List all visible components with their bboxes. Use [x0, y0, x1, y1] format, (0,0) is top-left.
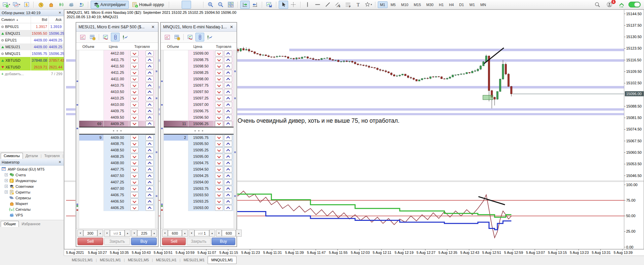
- buy-limit-button[interactable]: [146, 57, 154, 63]
- text-tool-button[interactable]: T: [354, 1, 363, 9]
- dom-best-ask-row[interactable]: 694409.25: [79, 121, 155, 127]
- dom-bid-row[interactable]: 15093.00: [164, 205, 234, 211]
- dom-bid-row[interactable]: 15093.50: [164, 192, 234, 198]
- buy-limit-button[interactable]: [224, 179, 232, 185]
- market-button[interactable]: [46, 1, 56, 9]
- dom-bid-row[interactable]: 4408.50: [79, 147, 155, 153]
- dom-ask-row[interactable]: 15097.50: [164, 89, 234, 95]
- close-position-button[interactable]: Закрыть: [104, 238, 130, 245]
- sell-limit-button[interactable]: [215, 76, 223, 82]
- zoom-out-button[interactable]: [216, 1, 225, 9]
- timeframe-m5[interactable]: M5: [388, 1, 398, 8]
- chart-tab-6[interactable]: MNQU21,M1: [208, 256, 237, 264]
- buy-limit-button[interactable]: [146, 115, 154, 120]
- navigator-item-4[interactable]: +Скрипты: [0, 189, 64, 195]
- market-watch-button[interactable]: $: [22, 1, 31, 9]
- buy-limit-button[interactable]: [146, 205, 154, 211]
- dom-ask-row[interactable]: 15098.50: [164, 63, 234, 69]
- timeframe-m1[interactable]: M1: [378, 1, 388, 8]
- sell-limit-button[interactable]: [130, 205, 139, 211]
- sell-limit-button[interactable]: [215, 115, 223, 120]
- dom-ask-row[interactable]: 4410.25: [79, 95, 155, 101]
- navigator-root-account[interactable]: AMP Global (EU) MT5: [0, 166, 64, 172]
- symbol-row-epu21[interactable]: EPU214409.004409.25: [0, 37, 64, 43]
- column-ask[interactable]: Ask: [49, 16, 63, 23]
- dom-bid-row[interactable]: 4407.75: [79, 166, 155, 173]
- navigator-item-7[interactable]: Сигналы: [0, 206, 64, 212]
- buy-limit-button[interactable]: [224, 95, 232, 101]
- timeframe-h1[interactable]: H1: [436, 1, 446, 8]
- chart-annotation-text[interactable]: Очень очевидный дивер, хоть и не выше 75…: [238, 117, 399, 124]
- buy-limit-button[interactable]: [224, 205, 232, 211]
- lvl-button[interactable]: LVL: [617, 1, 626, 9]
- buy-limit-button[interactable]: [224, 199, 232, 204]
- history-button[interactable]: [36, 1, 45, 9]
- buy-limit-button[interactable]: [224, 83, 232, 88]
- sell-limit-button[interactable]: [130, 83, 139, 88]
- timeframe-m30[interactable]: M30: [424, 1, 436, 8]
- spin-up-icon[interactable]: ▲: [97, 230, 103, 237]
- sell-limit-button[interactable]: [215, 160, 223, 166]
- algo-trading-button[interactable]: Алготрейдинг: [91, 1, 129, 9]
- buy-limit-button[interactable]: [146, 121, 154, 127]
- buy-limit-button[interactable]: [224, 141, 232, 147]
- support-resistance-band-1[interactable]: [289, 49, 624, 51]
- sell-limit-button[interactable]: [215, 154, 223, 159]
- sell-limit-button[interactable]: [130, 141, 139, 147]
- buy-limit-button[interactable]: [224, 121, 232, 127]
- spin-value[interactable]: 1: [119, 231, 121, 235]
- buy-limit-button[interactable]: [224, 57, 232, 63]
- dom-bid-row[interactable]: 4408.75: [79, 141, 155, 147]
- spin-up-icon[interactable]: ▲: [125, 230, 130, 237]
- market-watch-column-header[interactable]: Символ ▲BidAsk: [0, 16, 64, 23]
- symbol-row-enqu21[interactable]: ENQU2115095.5015096.25: [0, 30, 64, 37]
- sell-limit-button[interactable]: [130, 154, 139, 159]
- dom-ask-row[interactable]: 4409.50: [79, 114, 155, 121]
- sell-limit-button[interactable]: [215, 167, 223, 172]
- timeframe-d1[interactable]: D1: [457, 1, 466, 8]
- dom-window-title[interactable]: MESU21, Micro E-mini S&P 500 ($...✕: [76, 23, 158, 32]
- buy-limit-button[interactable]: [146, 63, 154, 69]
- sell-limit-button[interactable]: [215, 95, 223, 101]
- dom-best-bid-row[interactable]: 215095.75: [164, 134, 234, 141]
- sell-limit-button[interactable]: [215, 135, 223, 141]
- dom-bid-row[interactable]: 4407.25: [79, 179, 155, 185]
- chart-tab-4[interactable]: MESU21,H1: [153, 257, 180, 263]
- dom-ask-row[interactable]: 15096.50: [164, 114, 234, 121]
- dom-bid-row[interactable]: 4406.25: [79, 205, 155, 211]
- signals-service-button[interactable]: [56, 1, 66, 9]
- buy-limit-button[interactable]: [224, 89, 232, 95]
- highlight-zone-box[interactable]: [483, 95, 493, 99]
- dom-bid-row[interactable]: 15094.00: [164, 179, 234, 185]
- dom-ladder-button[interactable]: [111, 33, 120, 41]
- dom-scrollbar[interactable]: [155, 50, 158, 228]
- spin-down-icon[interactable]: ▼: [216, 230, 222, 237]
- dom-table-button[interactable]: [173, 33, 181, 41]
- sell-price-stepper[interactable]: ▼300▲: [78, 230, 103, 237]
- dom-bid-row[interactable]: 15093.75: [164, 185, 234, 192]
- sell-limit-button[interactable]: [215, 173, 223, 179]
- dom-ask-row[interactable]: 15096.75: [164, 108, 234, 114]
- timeframe-mn[interactable]: MN: [478, 1, 488, 8]
- sell-limit-button[interactable]: [215, 51, 223, 56]
- profiles-button[interactable]: ▾: [12, 1, 21, 9]
- sell-limit-button[interactable]: [130, 95, 139, 101]
- dom-bid-row[interactable]: 15095.00: [164, 153, 234, 160]
- buy-limit-button[interactable]: [224, 167, 232, 172]
- sell-limit-button[interactable]: [215, 141, 223, 147]
- shapes-button[interactable]: ▾: [364, 1, 373, 9]
- sell-limit-button[interactable]: [215, 179, 223, 185]
- dom-chart-button[interactable]: [163, 33, 172, 41]
- dom-ask-row[interactable]: 15097.75: [164, 82, 234, 89]
- buy-limit-button[interactable]: [224, 108, 232, 114]
- cloud-button[interactable]: [66, 1, 76, 9]
- dom-ask-row[interactable]: 15097.25: [164, 95, 234, 101]
- chart-tab-2[interactable]: MESU21,M1: [97, 257, 124, 263]
- spin-up-icon[interactable]: ▲: [151, 230, 157, 237]
- buy-limit-button[interactable]: [146, 186, 154, 192]
- buy-limit-button[interactable]: [146, 199, 154, 204]
- buy-price-stepper[interactable]: ▼225▲: [131, 230, 157, 237]
- sell-limit-button[interactable]: [215, 192, 223, 198]
- sell-button[interactable]: Sell: [78, 238, 103, 245]
- dom-ask-row[interactable]: 4411.25: [79, 69, 155, 76]
